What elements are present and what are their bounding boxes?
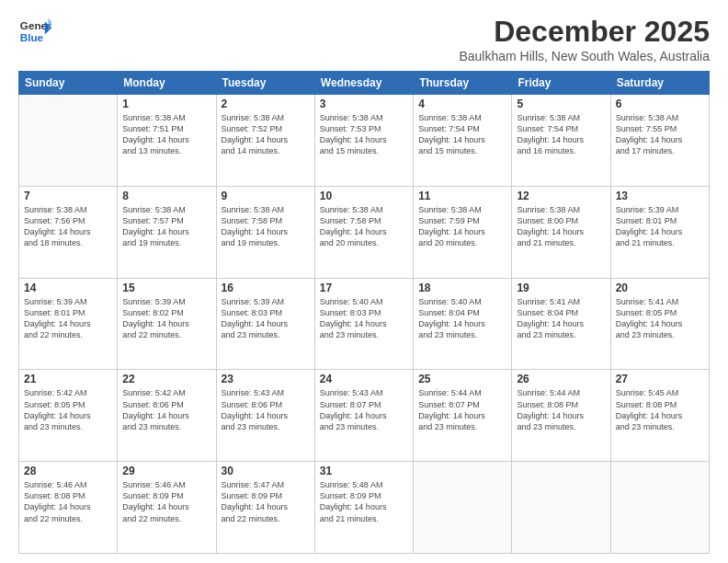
day-number: 1: [122, 98, 210, 110]
calendar-cell: 11Sunrise: 5:38 AMSunset: 7:59 PMDayligh…: [414, 186, 512, 278]
calendar-cell: 28Sunrise: 5:46 AMSunset: 8:08 PMDayligh…: [19, 462, 118, 554]
calendar-cell: 31Sunrise: 5:48 AMSunset: 8:09 PMDayligh…: [314, 462, 413, 554]
calendar-cell: 16Sunrise: 5:39 AMSunset: 8:03 PMDayligh…: [216, 278, 314, 370]
day-number: 30: [222, 465, 310, 477]
cell-info: Sunrise: 5:38 AMSunset: 7:51 PMDaylight:…: [122, 112, 210, 157]
cell-info: Sunrise: 5:38 AMSunset: 7:57 PMDaylight:…: [122, 204, 210, 249]
cell-info: Sunrise: 5:39 AMSunset: 8:01 PMDaylight:…: [616, 204, 704, 249]
calendar-cell: 21Sunrise: 5:42 AMSunset: 8:05 PMDayligh…: [19, 370, 118, 462]
day-header-friday: Friday: [512, 72, 610, 95]
cell-info: Sunrise: 5:38 AMSunset: 7:58 PMDaylight:…: [320, 204, 408, 249]
day-number: 27: [616, 373, 704, 385]
cell-info: Sunrise: 5:44 AMSunset: 8:08 PMDaylight:…: [517, 387, 605, 432]
cell-info: Sunrise: 5:38 AMSunset: 7:59 PMDaylight:…: [418, 204, 506, 249]
cell-info: Sunrise: 5:41 AMSunset: 8:05 PMDaylight:…: [616, 296, 704, 341]
day-header-thursday: Thursday: [414, 72, 512, 95]
month-title: December 2025: [459, 15, 710, 49]
cell-info: Sunrise: 5:38 AMSunset: 7:55 PMDaylight:…: [616, 112, 704, 157]
cell-info: Sunrise: 5:38 AMSunset: 7:58 PMDaylight:…: [222, 204, 310, 249]
calendar-cell: [414, 462, 512, 554]
day-number: 21: [24, 373, 112, 385]
calendar-cell: 6Sunrise: 5:38 AMSunset: 7:55 PMDaylight…: [610, 95, 709, 187]
logo-icon: General Blue: [18, 15, 51, 48]
calendar-cell: 7Sunrise: 5:38 AMSunset: 7:56 PMDaylight…: [19, 186, 118, 278]
day-number: 23: [222, 373, 310, 385]
calendar-cell: 22Sunrise: 5:42 AMSunset: 8:06 PMDayligh…: [118, 370, 216, 462]
day-number: 15: [122, 282, 210, 294]
day-number: 16: [222, 282, 310, 294]
day-number: 10: [320, 190, 408, 202]
calendar-cell: 19Sunrise: 5:41 AMSunset: 8:04 PMDayligh…: [512, 278, 610, 370]
cell-info: Sunrise: 5:46 AMSunset: 8:08 PMDaylight:…: [24, 479, 112, 524]
cell-info: Sunrise: 5:38 AMSunset: 7:54 PMDaylight:…: [418, 112, 506, 157]
page: General Blue December 2025 Baulkham Hill…: [0, 0, 728, 563]
day-number: 17: [320, 282, 408, 294]
calendar-cell: 20Sunrise: 5:41 AMSunset: 8:05 PMDayligh…: [610, 278, 709, 370]
day-header-tuesday: Tuesday: [216, 72, 314, 95]
cell-info: Sunrise: 5:40 AMSunset: 8:04 PMDaylight:…: [418, 296, 506, 341]
calendar-cell: 9Sunrise: 5:38 AMSunset: 7:58 PMDaylight…: [216, 186, 314, 278]
calendar-cell: 24Sunrise: 5:43 AMSunset: 8:07 PMDayligh…: [314, 370, 413, 462]
calendar-cell: 2Sunrise: 5:38 AMSunset: 7:52 PMDaylight…: [216, 95, 314, 187]
calendar-cell: 15Sunrise: 5:39 AMSunset: 8:02 PMDayligh…: [118, 278, 216, 370]
cell-info: Sunrise: 5:38 AMSunset: 8:00 PMDaylight:…: [517, 204, 605, 249]
cell-info: Sunrise: 5:38 AMSunset: 7:56 PMDaylight:…: [24, 204, 112, 249]
week-row-2: 14Sunrise: 5:39 AMSunset: 8:01 PMDayligh…: [19, 278, 710, 370]
day-number: 12: [517, 190, 605, 202]
day-number: 5: [517, 98, 605, 110]
calendar-cell: 13Sunrise: 5:39 AMSunset: 8:01 PMDayligh…: [610, 186, 709, 278]
cell-info: Sunrise: 5:44 AMSunset: 8:07 PMDaylight:…: [418, 387, 506, 432]
cell-info: Sunrise: 5:48 AMSunset: 8:09 PMDaylight:…: [320, 479, 408, 524]
day-number: 29: [122, 465, 210, 477]
cell-info: Sunrise: 5:42 AMSunset: 8:06 PMDaylight:…: [122, 387, 210, 432]
week-row-4: 28Sunrise: 5:46 AMSunset: 8:08 PMDayligh…: [19, 462, 710, 554]
cell-info: Sunrise: 5:42 AMSunset: 8:05 PMDaylight:…: [24, 387, 112, 432]
day-number: 2: [222, 98, 310, 110]
title-block: December 2025 Baulkham Hills, New South …: [459, 15, 710, 63]
day-number: 28: [24, 465, 112, 477]
day-number: 25: [418, 373, 506, 385]
cell-info: Sunrise: 5:41 AMSunset: 8:04 PMDaylight:…: [517, 296, 605, 341]
calendar-cell: 29Sunrise: 5:46 AMSunset: 8:09 PMDayligh…: [118, 462, 216, 554]
calendar-cell: 8Sunrise: 5:38 AMSunset: 7:57 PMDaylight…: [118, 186, 216, 278]
cell-info: Sunrise: 5:45 AMSunset: 8:08 PMDaylight:…: [616, 387, 704, 432]
week-row-0: 1Sunrise: 5:38 AMSunset: 7:51 PMDaylight…: [19, 95, 710, 187]
day-number: 9: [222, 190, 310, 202]
day-number: 14: [24, 282, 112, 294]
logo: General Blue: [18, 15, 51, 48]
calendar-cell: [512, 462, 610, 554]
location: Baulkham Hills, New South Wales, Austral…: [459, 49, 710, 63]
day-number: 18: [418, 282, 506, 294]
calendar-cell: 30Sunrise: 5:47 AMSunset: 8:09 PMDayligh…: [216, 462, 314, 554]
cell-info: Sunrise: 5:40 AMSunset: 8:03 PMDaylight:…: [320, 296, 408, 341]
day-number: 7: [24, 190, 112, 202]
day-number: 26: [517, 373, 605, 385]
cell-info: Sunrise: 5:38 AMSunset: 7:54 PMDaylight:…: [517, 112, 605, 157]
day-number: 19: [517, 282, 605, 294]
calendar-cell: [19, 95, 118, 187]
day-number: 24: [320, 373, 408, 385]
calendar-cell: [610, 462, 709, 554]
calendar-cell: 3Sunrise: 5:38 AMSunset: 7:53 PMDaylight…: [314, 95, 413, 187]
calendar-cell: 12Sunrise: 5:38 AMSunset: 8:00 PMDayligh…: [512, 186, 610, 278]
day-number: 20: [616, 282, 704, 294]
cell-info: Sunrise: 5:38 AMSunset: 7:52 PMDaylight:…: [222, 112, 310, 157]
day-number: 11: [418, 190, 506, 202]
cell-info: Sunrise: 5:46 AMSunset: 8:09 PMDaylight:…: [122, 479, 210, 524]
day-number: 3: [320, 98, 408, 110]
days-header-row: SundayMondayTuesdayWednesdayThursdayFrid…: [19, 72, 710, 95]
calendar-table: SundayMondayTuesdayWednesdayThursdayFrid…: [18, 71, 710, 554]
calendar-cell: 1Sunrise: 5:38 AMSunset: 7:51 PMDaylight…: [118, 95, 216, 187]
calendar-cell: 5Sunrise: 5:38 AMSunset: 7:54 PMDaylight…: [512, 95, 610, 187]
cell-info: Sunrise: 5:43 AMSunset: 8:07 PMDaylight:…: [320, 387, 408, 432]
calendar-cell: 17Sunrise: 5:40 AMSunset: 8:03 PMDayligh…: [314, 278, 413, 370]
day-header-sunday: Sunday: [19, 72, 118, 95]
cell-info: Sunrise: 5:39 AMSunset: 8:03 PMDaylight:…: [222, 296, 310, 341]
calendar-cell: 14Sunrise: 5:39 AMSunset: 8:01 PMDayligh…: [19, 278, 118, 370]
calendar-cell: 26Sunrise: 5:44 AMSunset: 8:08 PMDayligh…: [512, 370, 610, 462]
day-number: 13: [616, 190, 704, 202]
cell-info: Sunrise: 5:39 AMSunset: 8:01 PMDaylight:…: [24, 296, 112, 341]
svg-text:Blue: Blue: [20, 31, 44, 43]
cell-info: Sunrise: 5:38 AMSunset: 7:53 PMDaylight:…: [320, 112, 408, 157]
cell-info: Sunrise: 5:43 AMSunset: 8:06 PMDaylight:…: [222, 387, 310, 432]
